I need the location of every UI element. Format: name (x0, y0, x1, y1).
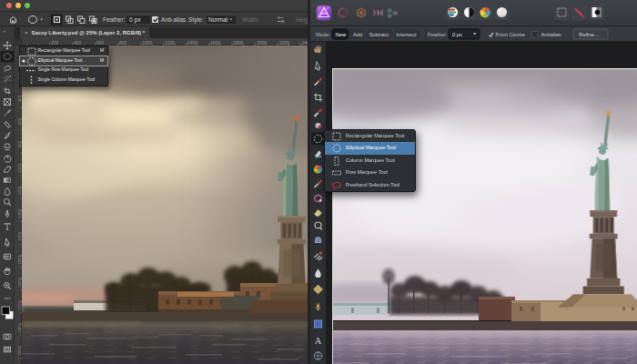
svg-text:200: 200 (51, 40, 59, 46)
svg-text:A: A (315, 336, 322, 346)
svg-text:Add: Add (353, 32, 362, 37)
svg-text:New: New (336, 32, 347, 37)
svg-text:Feather:: Feather: (103, 16, 126, 23)
svg-text:0 px: 0 px (129, 16, 141, 24)
svg-text:2000: 2000 (17, 278, 22, 287)
svg-text:1000: 1000 (142, 40, 152, 46)
svg-text:400: 400 (74, 40, 82, 46)
svg-text:2400: 2400 (17, 323, 22, 332)
svg-text:0 px: 0 px (452, 32, 462, 37)
svg-text:1800: 1800 (233, 40, 243, 46)
svg-text:Mode:: Mode: (316, 32, 331, 37)
svg-text:800: 800 (119, 40, 127, 46)
svg-text:1200: 1200 (165, 40, 175, 46)
svg-text:Antialias: Antialias (541, 32, 561, 37)
svg-text:Width:: Width: (242, 16, 259, 23)
svg-text:Intersect: Intersect (397, 32, 418, 37)
svg-text:Heig: Heig (296, 16, 308, 24)
svg-text:Refine...: Refine... (579, 32, 599, 37)
svg-text:Subtract: Subtract (369, 32, 389, 37)
svg-text:1800: 1800 (17, 255, 22, 264)
svg-text:2600: 2600 (17, 346, 22, 355)
svg-text:From Centre: From Centre (496, 32, 526, 37)
svg-text:2000: 2000 (257, 40, 267, 46)
svg-text:Anti-alias: Anti-alias (161, 16, 187, 23)
svg-text:Normal: Normal (208, 16, 228, 23)
svg-text:2200: 2200 (17, 300, 22, 309)
svg-text:1600: 1600 (210, 40, 220, 46)
svg-text:1400: 1400 (187, 40, 197, 46)
svg-text:600: 600 (96, 40, 105, 46)
svg-text:Style:: Style: (188, 16, 204, 24)
svg-text:2200: 2200 (279, 40, 289, 46)
svg-text:Feather:: Feather: (428, 32, 448, 37)
svg-text:»: » (3, 28, 6, 34)
